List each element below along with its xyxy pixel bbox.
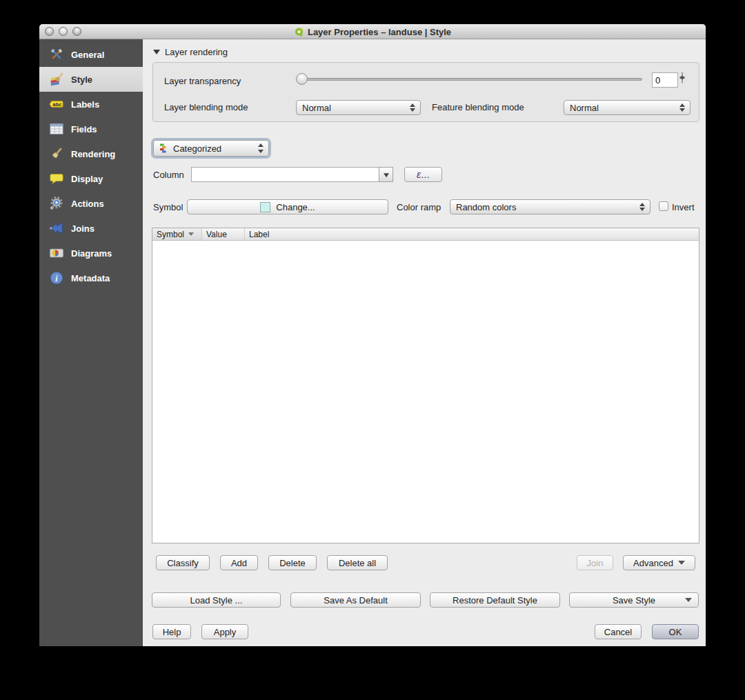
feature-blending-select[interactable]: Normal bbox=[564, 100, 691, 115]
column-header-label: Value bbox=[206, 230, 227, 239]
join-arrow-icon bbox=[48, 220, 65, 237]
sidebar-item-label: Display bbox=[71, 174, 103, 184]
sidebar-item-rendering[interactable]: Rendering bbox=[39, 141, 143, 166]
invert-checkbox[interactable] bbox=[659, 201, 668, 211]
svg-text:abc: abc bbox=[53, 101, 62, 108]
sidebar-item-diagrams[interactable]: Diagrams bbox=[39, 241, 143, 266]
sidebar: General Style abc bbox=[39, 39, 143, 646]
info-icon: i bbox=[48, 270, 65, 286]
combo-dropdown-icon[interactable] bbox=[379, 167, 393, 182]
sidebar-item-joins[interactable]: Joins bbox=[39, 216, 143, 241]
sidebar-item-actions[interactable]: Actions bbox=[39, 191, 143, 216]
layer-rendering-groupbox: Layer transparency Layer blending mode N… bbox=[152, 62, 699, 122]
categorized-icon bbox=[159, 143, 169, 153]
sidebar-item-fields[interactable]: Fields bbox=[39, 117, 143, 141]
sidebar-item-label: Actions bbox=[71, 199, 104, 209]
layer-transparency-label: Layer transparency bbox=[164, 76, 241, 86]
column-input[interactable] bbox=[191, 167, 379, 182]
column-header-symbol[interactable]: Symbol bbox=[152, 228, 202, 240]
symbol-swatch bbox=[260, 202, 270, 212]
sidebar-item-label: Joins bbox=[71, 223, 95, 234]
apply-button[interactable]: Apply bbox=[201, 624, 248, 639]
load-style-button[interactable]: Load Style ... bbox=[152, 592, 281, 608]
color-ramp-value: Random colors bbox=[456, 202, 516, 212]
slider-track[interactable] bbox=[296, 78, 642, 81]
style-tab-content: Layer rendering Layer transparency Layer… bbox=[143, 39, 706, 646]
tools-icon bbox=[48, 46, 65, 63]
transparency-value-field[interactable] bbox=[652, 72, 678, 88]
slider-thumb[interactable] bbox=[296, 73, 308, 85]
transparency-stepper[interactable] bbox=[682, 72, 683, 83]
sidebar-item-style[interactable]: Style bbox=[39, 67, 143, 92]
column-label: Column bbox=[153, 170, 184, 180]
column-header-label: Label bbox=[249, 230, 269, 239]
speech-bubble-icon bbox=[48, 170, 65, 187]
table-icon bbox=[48, 121, 65, 137]
window-title: Layer Properties – landuse | Style bbox=[308, 27, 451, 37]
column-header-label-col[interactable]: Label bbox=[245, 228, 699, 240]
sort-descending-icon bbox=[188, 232, 194, 236]
add-button[interactable]: Add bbox=[220, 555, 258, 570]
titlebar[interactable]: Layer Properties – landuse | Style bbox=[39, 24, 706, 39]
save-style-label: Save Style bbox=[613, 595, 655, 606]
paint-style-icon bbox=[48, 71, 65, 88]
categories-table[interactable]: Symbol Value Label bbox=[152, 228, 699, 543]
symbol-label: Symbol bbox=[153, 202, 183, 212]
color-ramp-select[interactable]: Random colors bbox=[450, 199, 650, 214]
categories-table-header: Symbol Value Label bbox=[152, 228, 699, 241]
delete-button[interactable]: Delete bbox=[268, 555, 317, 570]
classify-button[interactable]: Classify bbox=[156, 555, 210, 570]
sidebar-item-labels[interactable]: abc Labels bbox=[39, 92, 143, 117]
sidebar-item-metadata[interactable]: i Metadata bbox=[39, 266, 143, 290]
renderer-type-value: Categorized bbox=[173, 143, 221, 154]
popup-arrows-icon bbox=[257, 141, 264, 156]
column-combobox[interactable] bbox=[191, 167, 393, 182]
layer-blending-select[interactable]: Normal bbox=[296, 100, 421, 115]
sidebar-item-label: General bbox=[71, 50, 104, 60]
column-header-value[interactable]: Value bbox=[202, 228, 245, 240]
help-button[interactable]: Help bbox=[152, 624, 191, 639]
cancel-button[interactable]: Cancel bbox=[595, 624, 642, 639]
layer-transparency-slider[interactable] bbox=[296, 74, 642, 86]
popup-arrows-icon bbox=[409, 101, 415, 114]
symbol-change-button[interactable]: Change... bbox=[187, 199, 388, 214]
sidebar-item-label: Labels bbox=[71, 99, 99, 110]
layer-properties-window: Layer Properties – landuse | Style Gener… bbox=[39, 24, 706, 646]
layer-blending-label: Layer blending mode bbox=[164, 102, 248, 112]
renderer-type-select[interactable]: Categorized bbox=[153, 140, 269, 157]
layer-blending-value: Normal bbox=[302, 103, 331, 113]
sidebar-item-display[interactable]: Display bbox=[39, 166, 143, 191]
brush-icon bbox=[48, 146, 65, 162]
popup-arrows-icon bbox=[679, 101, 685, 114]
pie-map-icon bbox=[48, 245, 65, 261]
advanced-button[interactable]: Advanced bbox=[623, 555, 695, 570]
abc-tag-icon: abc bbox=[48, 96, 65, 112]
title-wrap: Layer Properties – landuse | Style bbox=[39, 24, 706, 39]
symbol-change-label: Change... bbox=[276, 202, 315, 212]
disclosure-triangle-icon bbox=[153, 50, 160, 54]
menu-caret-icon bbox=[678, 561, 685, 565]
save-style-button[interactable]: Save Style bbox=[569, 592, 699, 608]
sidebar-item-label: Fields bbox=[71, 124, 97, 134]
advanced-label: Advanced bbox=[633, 558, 673, 568]
feature-blending-value: Normal bbox=[570, 103, 599, 113]
restore-default-style-button[interactable]: Restore Default Style bbox=[430, 592, 560, 608]
menu-caret-icon bbox=[685, 598, 692, 602]
gear-play-icon bbox=[48, 195, 65, 212]
categories-table-body[interactable] bbox=[152, 241, 699, 543]
sidebar-item-general[interactable]: General bbox=[39, 42, 143, 67]
color-ramp-label: Color ramp bbox=[397, 202, 441, 212]
layer-rendering-title: Layer rendering bbox=[165, 47, 228, 57]
expression-dots: … bbox=[421, 170, 430, 180]
layer-rendering-header[interactable]: Layer rendering bbox=[153, 47, 228, 57]
column-header-label: Symbol bbox=[157, 230, 184, 239]
expression-builder-button[interactable]: ε… bbox=[404, 167, 442, 182]
popup-arrows-icon bbox=[639, 200, 645, 214]
invert-label: Invert bbox=[672, 202, 695, 212]
sidebar-item-label: Diagrams bbox=[71, 248, 112, 259]
feature-blending-label: Feature blending mode bbox=[432, 102, 524, 112]
delete-all-button[interactable]: Delete all bbox=[327, 555, 388, 570]
ok-button[interactable]: OK bbox=[652, 624, 699, 639]
sidebar-item-label: Style bbox=[71, 74, 92, 85]
save-as-default-button[interactable]: Save As Default bbox=[290, 592, 421, 608]
